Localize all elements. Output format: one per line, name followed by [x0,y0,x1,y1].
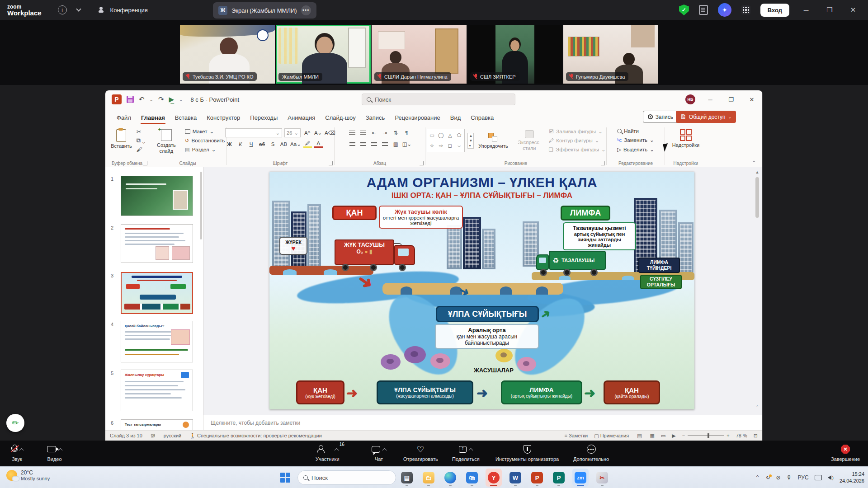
tray-sync-icon[interactable]: ↻ [765,474,770,481]
tab-design[interactable]: Конструктор [202,111,245,126]
copy-icon[interactable]: ⧉ ⌄ [137,137,145,144]
start-button[interactable] [280,473,290,483]
shrink-font-icon[interactable]: А⌄ [314,129,322,137]
tab-animations[interactable]: Анимация [283,111,320,126]
notes-toggle[interactable]: ≡ Заметки [565,433,588,438]
quick-styles-button[interactable]: Экспресс-стили [513,129,546,152]
tab-transitions[interactable]: Переходы [245,111,283,126]
tab-help[interactable]: Справка [466,111,499,126]
tray-network-icon[interactable] [815,475,822,480]
security-shield-icon[interactable]: ✓ [679,5,689,15]
chevron-down-icon[interactable] [76,6,81,11]
indent-increase-icon[interactable]: ⇥ [381,128,389,137]
participants-button[interactable]: 16 Участники [316,444,340,462]
shape-effects-button[interactable]: ❏ Эффекты фигуры ⌄ [549,146,606,153]
view-reading-icon[interactable]: ▭ [661,433,665,439]
zoom-percentage[interactable]: 78 % [736,433,747,438]
fit-to-window-icon[interactable]: ⊡ [754,433,758,439]
smartart-icon[interactable]: ◫⌄ [402,140,412,148]
strikethrough-icon[interactable]: аб [258,140,266,148]
app-powerpoint[interactable]: P [529,469,545,487]
font-color-icon[interactable]: А [314,140,323,148]
comments-toggle[interactable]: ▢ Примечания [594,433,629,439]
info-icon[interactable]: i [58,5,67,14]
cut-icon[interactable]: ✂ [137,128,145,135]
tab-file[interactable]: Файл [112,111,136,126]
spellcheck-icon[interactable]: 🖳 [151,433,156,438]
tray-mic-icon[interactable]: 🎙 [787,474,792,481]
language-indicator[interactable]: русский [164,433,181,438]
tab-shared-screen[interactable]: Ж Экран (Жамбыл ММЛИ) ••• [213,2,316,19]
numbering-icon[interactable] [359,128,368,137]
participants-caret[interactable] [334,448,339,452]
view-sorter-icon[interactable]: ▦ [650,433,655,439]
app-snipping-tool[interactable]: ✂ [594,469,610,487]
signin-button[interactable]: Вход [760,4,789,17]
change-case-icon[interactable]: Аа⌄ [290,140,301,148]
workspace-scrollbar[interactable]: ▲ ⌃ ⌄ ▼ [754,170,760,427]
apps-grid-icon[interactable] [741,5,750,14]
addins-button[interactable]: Надстройки [670,128,701,149]
tab-insert[interactable]: Вставка [170,111,202,126]
shapes-gallery-scroll[interactable]: ▲▼▾ [467,133,474,149]
view-normal-icon[interactable]: ▤ [635,432,643,440]
slide-thumb-1[interactable] [121,176,193,216]
app-word[interactable]: W [507,469,524,487]
share-screen-button[interactable]: Поделиться [452,444,480,462]
ppt-close-button[interactable]: ✕ [741,90,762,108]
participant-video[interactable]: СШЛ ЗИЯТКЕР [467,25,562,84]
save-icon[interactable] [127,96,134,103]
app-zoom-active[interactable]: zm [572,469,589,487]
previous-slide-button[interactable]: ⌃ [754,405,760,409]
notes-doc-icon[interactable] [699,5,708,15]
audio-button[interactable]: Звук [11,444,23,462]
app-yandex-browser-active[interactable]: Y [486,469,502,487]
notes-pane[interactable]: Щелкните, чтобы добавить заметки [203,415,762,430]
shape-outline-button[interactable]: 🖍 Контур фигуры ⌄ [549,137,606,144]
undo-icon[interactable]: ↶ [139,95,145,103]
font-dialog-launcher[interactable] [329,161,333,165]
slide-canvas[interactable]: ➜ ➜ ➜ АДАМ ОРГАНИЗМІ – ҮЛКЕН ҚАЛА ІШКІ О… [269,172,694,409]
slide-thumb-5[interactable]: Жалпылау сұрақтары [121,370,193,411]
clear-format-icon[interactable]: А⌫ [325,129,335,137]
text-shadow-icon[interactable]: S [269,140,277,148]
grow-font-icon[interactable]: А^ [303,129,311,137]
close-button[interactable]: ✕ [846,6,860,14]
start-slideshow-icon[interactable]: ▶̲ [169,95,175,103]
accessibility-status[interactable]: 🚶 Специальные возможности: проверьте рек… [189,433,322,439]
paragraph-dialog-launcher[interactable] [420,161,424,165]
record-button[interactable]: Запись [643,111,678,123]
highlight-icon[interactable]: 🖉 [303,140,312,148]
tab-conference[interactable]: Конференция [99,7,148,14]
line-spacing-icon[interactable]: ⇅ [392,128,400,137]
annotation-pencil-button[interactable]: ✏ [6,414,24,432]
collapse-ribbon-icon[interactable]: ⌃ [752,160,756,165]
reset-button[interactable]: ↺ Восстановить [185,137,225,144]
tab-home[interactable]: Главная [136,111,170,126]
format-painter-icon[interactable]: 🖌 [137,146,145,153]
slide-thumb-6[interactable]: Тест тапсырмалары [121,419,193,430]
ai-companion-icon[interactable]: ✦ [718,3,731,17]
bullets-icon[interactable] [348,128,357,137]
paste-button[interactable]: Вставить [109,128,134,150]
font-name-combo[interactable]: ⌄ [225,128,282,137]
view-slideshow-icon[interactable]: ▶ [672,433,675,439]
share-caret[interactable] [469,448,473,452]
columns-icon[interactable]: ▥ [392,140,400,148]
new-slide-button[interactable]: + Создать слайд [151,128,182,155]
text-direction-icon[interactable]: ¶ [402,128,411,137]
participant-video[interactable]: Гульмира Даукишева [563,25,658,84]
find-button[interactable]: Найти [617,128,639,134]
tab-menu-icon[interactable]: ••• [301,5,311,15]
account-avatar[interactable]: НБ [685,94,695,104]
minimize-button[interactable]: ─ [799,6,813,14]
font-size-combo[interactable]: 26⌄ [284,128,301,137]
end-meeting-button[interactable]: ✕ Завершение [831,444,860,462]
align-left-icon[interactable] [348,140,357,148]
host-tools-button[interactable]: Инструменты организатора [495,444,559,462]
redo-icon[interactable]: ↷ [158,95,164,103]
tray-expand-icon[interactable]: ⌃ [755,474,760,481]
chat-caret[interactable] [382,448,387,452]
tray-dnd-icon[interactable]: ⊘ [776,474,781,481]
align-center-icon[interactable] [359,140,368,148]
